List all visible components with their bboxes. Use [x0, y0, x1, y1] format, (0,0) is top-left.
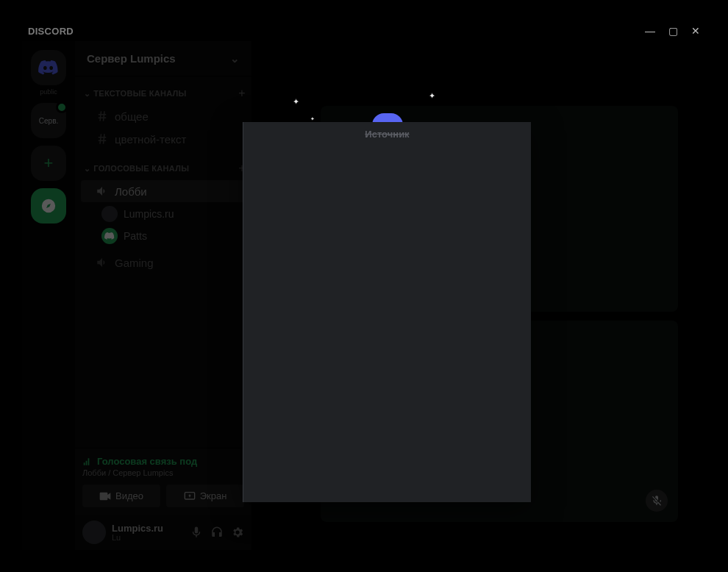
app-wordmark: DISCORD — [28, 26, 74, 37]
window-close-icon[interactable]: ✕ — [691, 25, 700, 37]
window-maximize-icon[interactable]: ▢ — [668, 25, 678, 37]
titlebar: DISCORD — ▢ ✕ — [22, 21, 706, 41]
screen-share-modal: ✕ ✦ ✦ ✦ Демонстрация экрана — [243, 122, 531, 502]
window-minimize-icon[interactable]: — — [645, 25, 655, 37]
resolution-segments: 480 720 1080 Источник — [254, 412, 375, 436]
quality-options: РАЗРЕШЕНИЕ 480 720 1080 Источник ЧАСТОТА… — [243, 397, 531, 436]
res-source[interactable]: Источник — [254, 412, 375, 436]
